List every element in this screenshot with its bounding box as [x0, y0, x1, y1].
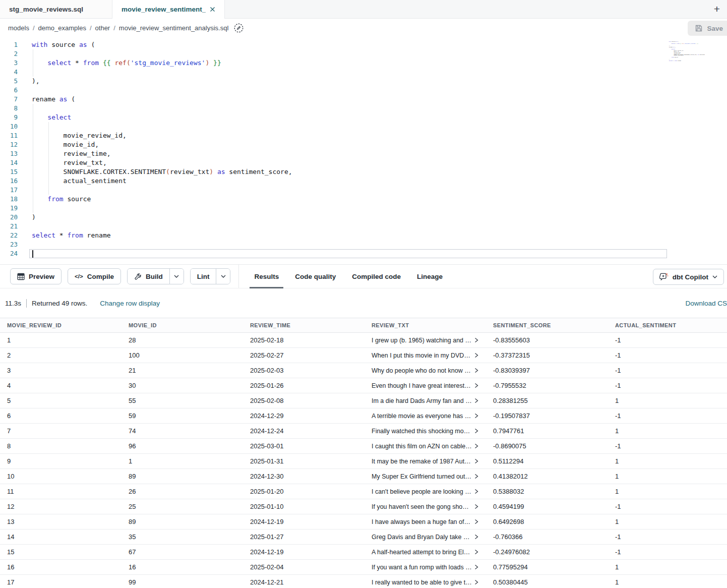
line-number: 19 [0, 204, 23, 213]
breadcrumb-segment[interactable]: movie_review_sentiment_analysis.sql [119, 24, 229, 32]
code-line [669, 62, 674, 63]
build-split-button: Build [127, 268, 184, 284]
edit-pencil-icon[interactable] [233, 23, 244, 33]
code-line [29, 104, 667, 113]
breadcrumb-segment[interactable]: other [95, 24, 110, 32]
expand-cell-chevron-icon[interactable] [474, 549, 478, 555]
cell-review-txt: I have always been a huge fan of "Hom… [365, 518, 486, 525]
expand-cell-chevron-icon[interactable] [474, 428, 478, 434]
indent-guide [33, 195, 33, 204]
lint-button[interactable]: Lint [191, 269, 216, 284]
lint-dropdown-button[interactable] [216, 269, 230, 284]
code-line [29, 122, 667, 131]
expand-cell-chevron-icon[interactable] [474, 368, 478, 373]
table-row: 13892024-12-19I have always been a huge … [0, 514, 727, 530]
cell-review_time: 2024-12-21 [243, 578, 365, 586]
expand-cell-chevron-icon[interactable] [474, 352, 478, 358]
cell-review_time: 2024-12-30 [243, 473, 365, 480]
line-number: 6 [0, 86, 23, 95]
code-content[interactable]: with source as ( select * from {{ ref('s… [29, 40, 667, 258]
expand-cell-chevron-icon[interactable] [474, 579, 478, 585]
review-text: It may be the remake of 1987 Autumn'… [372, 458, 472, 465]
cell-actual_sentiment: 1 [608, 397, 727, 404]
code-line [29, 86, 667, 95]
column-header: REVIEW_TXT [365, 322, 486, 328]
save-button[interactable]: Save [688, 21, 727, 36]
close-icon[interactable] [206, 7, 215, 12]
tab-stg-movie-reviews[interactable]: stg_movie_reviews.sql [0, 0, 112, 18]
indent-guide [33, 204, 33, 213]
expand-cell-chevron-icon[interactable] [474, 413, 478, 419]
cell-movie_review_id: 10 [0, 473, 122, 480]
expand-cell-chevron-icon[interactable] [474, 564, 478, 570]
cell-review_time: 2025-01-31 [243, 457, 365, 465]
preview-button[interactable]: Preview [10, 268, 62, 284]
compile-button[interactable]: </> Compile [68, 268, 121, 284]
query-duration: 11.3s [5, 300, 21, 307]
line-number: 5 [0, 77, 23, 86]
cell-review_time: 2025-02-03 [243, 367, 365, 374]
code-line: with source as ( [29, 40, 667, 49]
expand-cell-chevron-icon[interactable] [474, 474, 478, 479]
code-line [29, 222, 667, 231]
tab-movie-review-sentiment[interactable]: movie_review_sentiment_… [112, 0, 225, 18]
code-line [29, 68, 667, 77]
download-csv-link[interactable]: Download CSV [685, 300, 727, 307]
results-table: MOVIE_REVIEW_IDMOVIE_IDREVIEW_TIMEREVIEW… [0, 318, 727, 588]
expand-cell-chevron-icon[interactable] [474, 489, 478, 494]
cell-movie_review_id: 11 [0, 488, 122, 495]
line-number-gutter: 123456789101112131415161718192021222324 [0, 40, 23, 258]
tab-results[interactable]: Results [246, 264, 287, 288]
results-toolbar: Preview </> Compile Build Lint ResultsCo… [0, 264, 727, 288]
minimap[interactable]: with source as ( select * from {{ ref('s… [669, 41, 705, 66]
breadcrumb-segment[interactable]: demo_examples [38, 24, 86, 32]
new-tab-button[interactable]: + [707, 0, 727, 18]
line-number: 15 [0, 167, 23, 177]
code-editor[interactable]: 123456789101112131415161718192021222324 … [0, 37, 727, 264]
expand-cell-chevron-icon[interactable] [474, 443, 478, 449]
dbt-copilot-button[interactable]: dbt Copilot [653, 269, 724, 285]
expand-cell-chevron-icon[interactable] [474, 337, 478, 343]
cell-movie_review_id: 15 [0, 548, 122, 556]
review-text: I really wanted to be able to give this … [372, 579, 472, 586]
build-button[interactable]: Build [128, 269, 169, 284]
cell-movie_id: 67 [122, 548, 243, 556]
indent-guide [48, 158, 49, 167]
expand-cell-chevron-icon[interactable] [474, 534, 478, 540]
breadcrumb: models/demo_examples/other/movie_review_… [8, 24, 228, 32]
cell-review-txt: Greg Davis and Bryan Daly take some … [365, 534, 486, 541]
expand-cell-chevron-icon[interactable] [474, 504, 478, 509]
tab-compiled-code[interactable]: Compiled code [344, 264, 409, 288]
tab-lineage[interactable]: Lineage [409, 264, 451, 288]
cell-review-txt: It may be the remake of 1987 Autumn'… [365, 458, 486, 465]
text-cursor [32, 250, 33, 258]
indent-guide [33, 140, 33, 149]
cell-review-txt: Why do people who do not know what… [365, 367, 486, 374]
cell-movie_id: 100 [122, 351, 243, 359]
table-row: 21002025-02-27When I put this movie in m… [0, 348, 727, 363]
table-row: 1282025-02-18I grew up (b. 1965) watchin… [0, 333, 727, 348]
column-header: MOVIE_ID [122, 322, 243, 328]
build-dropdown-button[interactable] [169, 269, 184, 284]
expand-cell-chevron-icon[interactable] [474, 519, 478, 524]
table-row: 3212025-02-03Why do people who do not kn… [0, 363, 727, 378]
cell-sentiment_score: 0.28381255 [486, 397, 608, 404]
expand-cell-chevron-icon[interactable] [474, 383, 478, 388]
indent-guide [33, 167, 33, 177]
expand-cell-chevron-icon[interactable] [474, 398, 478, 403]
cell-movie_id: 30 [122, 382, 243, 389]
line-number: 7 [0, 95, 23, 104]
cell-movie_review_id: 3 [0, 367, 122, 374]
cell-review-txt: I caught this film on AZN on cable. It s… [365, 443, 486, 450]
breadcrumb-segment[interactable]: models [8, 24, 29, 32]
cell-movie_id: 16 [122, 563, 243, 571]
tab-code-quality[interactable]: Code quality [287, 264, 344, 288]
review-text: I have always been a huge fan of "Hom… [372, 518, 472, 525]
cell-actual_sentiment: -1 [608, 382, 727, 389]
expand-cell-chevron-icon[interactable] [474, 458, 478, 464]
indent-guide [33, 104, 33, 113]
lint-split-button: Lint [190, 268, 231, 284]
code-line [29, 186, 667, 195]
wrench-icon [134, 273, 142, 280]
change-row-display-link[interactable]: Change row display [100, 300, 160, 307]
